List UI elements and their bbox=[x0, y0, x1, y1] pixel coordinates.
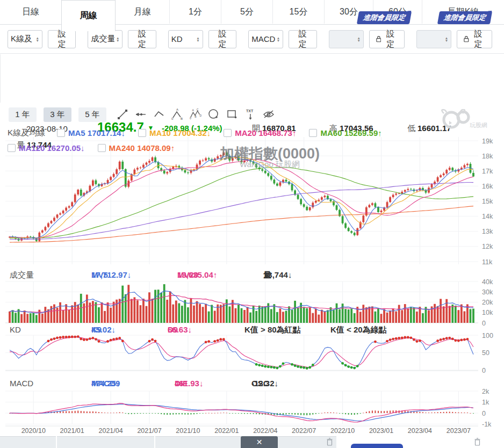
settings-button-kd[interactable]: 設定 bbox=[208, 30, 236, 48]
indicator-group-locked-1: ▲▼ 設定 bbox=[329, 30, 405, 48]
horizontal-ray-icon[interactable] bbox=[134, 108, 147, 121]
svg-text:2023/07: 2023/07 bbox=[447, 427, 471, 435]
svg-text:2021/01: 2021/01 bbox=[60, 427, 84, 435]
ma120-legend: MA120 16270.05↓ bbox=[8, 143, 85, 153]
settings-label: 設定 bbox=[296, 29, 309, 49]
updown-arrows-icon: ▲▼ bbox=[277, 37, 280, 42]
svg-text:13k: 13k bbox=[482, 228, 493, 235]
svg-text:14k: 14k bbox=[482, 213, 493, 220]
main-indicator-select[interactable]: K線及 ▲▼ bbox=[8, 30, 42, 48]
strip-divider bbox=[56, 436, 57, 448]
svg-text:15k: 15k bbox=[482, 198, 493, 205]
elliott-wave-icon[interactable]: AC0BD bbox=[189, 108, 202, 121]
svg-text:30k: 30k bbox=[482, 288, 493, 296]
updown-arrows-icon: ▲▼ bbox=[35, 37, 39, 42]
ma60-checkbox[interactable] bbox=[309, 129, 317, 137]
tab-15min[interactable]: 15分 bbox=[273, 0, 325, 24]
updown-arrows-icon: ▲▼ bbox=[116, 37, 119, 42]
tab-5min[interactable]: 5分 bbox=[221, 0, 273, 24]
period-tabbar: 日線 周線 月線 1分 5分 15分 30分 60分 長期K線 進階會員限定 進… bbox=[0, 0, 504, 25]
trend-line-icon[interactable] bbox=[116, 108, 129, 121]
svg-text:20k: 20k bbox=[482, 299, 493, 306]
svg-text:1k: 1k bbox=[482, 399, 489, 406]
svg-text:2022/04: 2022/04 bbox=[253, 427, 277, 435]
premium-badge-label: 進階會員限定 bbox=[363, 13, 406, 21]
svg-text:TXT: TXT bbox=[246, 109, 254, 113]
ma5-checkbox[interactable] bbox=[57, 129, 65, 137]
svg-text:2022/07: 2022/07 bbox=[292, 427, 316, 435]
settings-button-volume[interactable]: 設定 bbox=[128, 30, 156, 48]
tab-label: 15分 bbox=[290, 6, 308, 18]
hide-drawings-icon[interactable] bbox=[262, 108, 275, 121]
svg-text:A: A bbox=[192, 109, 195, 112]
circle-shape-icon[interactable] bbox=[207, 108, 220, 121]
trash-icon[interactable] bbox=[474, 438, 480, 448]
settings-button-macd[interactable]: 設定 bbox=[289, 30, 316, 48]
range-1y-button[interactable]: 1 年 bbox=[9, 107, 37, 122]
locked-settings-button-2[interactable]: 設定 bbox=[457, 30, 492, 48]
close-icon: ✕ bbox=[256, 438, 263, 446]
svg-text:2023/01: 2023/01 bbox=[369, 427, 393, 435]
angle-line-icon[interactable] bbox=[153, 108, 165, 121]
range-3y-button[interactable]: 3 年 bbox=[44, 107, 71, 122]
tab-monthly[interactable]: 月線 bbox=[116, 0, 170, 24]
macd-section-label: MACD bbox=[10, 379, 33, 388]
ma240-checkbox[interactable] bbox=[98, 144, 106, 152]
bottom-strip: ✕ bbox=[0, 436, 504, 448]
tab-label: 周線 bbox=[80, 10, 97, 21]
rectangle-shape-icon[interactable] bbox=[226, 108, 239, 121]
lock-icon bbox=[464, 35, 469, 42]
select-value: 成交量 bbox=[91, 34, 114, 44]
ma5-legend: MA5 17017.14↓ bbox=[57, 128, 125, 138]
premium-badge-label: 進階會員限定 bbox=[443, 13, 487, 21]
svg-text:D: D bbox=[199, 114, 201, 117]
volume-header: 成交量 MV5 17,712.97↓ MV20 13,635.04↑ 量 13,… bbox=[0, 270, 504, 281]
settings-label: 設定 bbox=[55, 29, 69, 49]
svg-text:B: B bbox=[181, 117, 183, 120]
tab-daily[interactable]: 日線 bbox=[0, 0, 62, 24]
svg-text:A: A bbox=[176, 108, 178, 111]
trash-icon[interactable] bbox=[327, 438, 333, 448]
range-selector-strip[interactable] bbox=[0, 436, 336, 448]
settings-label: 設定 bbox=[383, 29, 397, 49]
locked-indicator-select[interactable]: ▲▼ bbox=[416, 30, 451, 48]
svg-text:2021/07: 2021/07 bbox=[137, 427, 161, 435]
indicator-group-macd: MACD ▲▼ 設定 bbox=[248, 30, 316, 48]
settings-label: 設定 bbox=[471, 29, 485, 49]
indicator-group-volume: 成交量 ▲▼ 設定 bbox=[88, 30, 156, 48]
tab-weekly[interactable]: 周線 bbox=[61, 0, 116, 31]
locked-indicator-select[interactable]: ▲▼ bbox=[329, 30, 364, 48]
banner-button[interactable] bbox=[351, 444, 403, 448]
kd-indicator-select[interactable]: KD ▲▼ bbox=[168, 30, 203, 48]
updown-arrows-icon: ▲▼ bbox=[445, 37, 448, 42]
ma120-checkbox[interactable] bbox=[8, 144, 16, 152]
ma10-checkbox[interactable] bbox=[138, 129, 146, 137]
range-toolbar: 1 年 3 年 5 年 A0B AC0BD TXT bbox=[0, 105, 504, 124]
svg-text:16k: 16k bbox=[482, 183, 493, 190]
kd-green-dot-hint: K值 < 20為綠點 bbox=[330, 325, 387, 335]
svg-text:2021/10: 2021/10 bbox=[176, 427, 200, 435]
svg-text:2023/04: 2023/04 bbox=[408, 427, 432, 435]
svg-text:10k: 10k bbox=[482, 309, 493, 316]
volume-indicator-select[interactable]: 成交量 ▲▼ bbox=[88, 30, 123, 48]
svg-text:19k: 19k bbox=[482, 138, 493, 145]
kd-red-dot-hint: K值 > 80為紅點 bbox=[244, 325, 301, 335]
settings-button-main[interactable]: 設定 bbox=[48, 30, 76, 48]
ma240-legend: MA240 14078.09↑ bbox=[98, 143, 175, 153]
abc-pattern-icon[interactable]: A0B bbox=[171, 108, 184, 121]
settings-label: 設定 bbox=[135, 29, 149, 49]
ma20-checkbox[interactable] bbox=[224, 129, 232, 137]
select-value: MACD bbox=[251, 34, 275, 44]
indicator-group-locked-2: ▲▼ 設定 bbox=[416, 30, 492, 48]
tab-label: 5分 bbox=[240, 6, 254, 18]
premium-badge: 進階會員限定 bbox=[437, 11, 492, 24]
tab-label: 1分 bbox=[189, 6, 202, 18]
tab-1min[interactable]: 1分 bbox=[170, 0, 221, 24]
range-5y-button[interactable]: 5 年 bbox=[78, 107, 106, 122]
svg-text:0: 0 bbox=[482, 410, 486, 417]
text-annotation-icon[interactable]: TXT bbox=[244, 108, 257, 121]
strip-close-button[interactable]: ✕ bbox=[241, 436, 278, 448]
macd-indicator-select[interactable]: MACD ▲▼ bbox=[248, 30, 283, 48]
svg-text:C: C bbox=[197, 108, 199, 111]
locked-settings-button-1[interactable]: 設定 bbox=[369, 30, 405, 48]
